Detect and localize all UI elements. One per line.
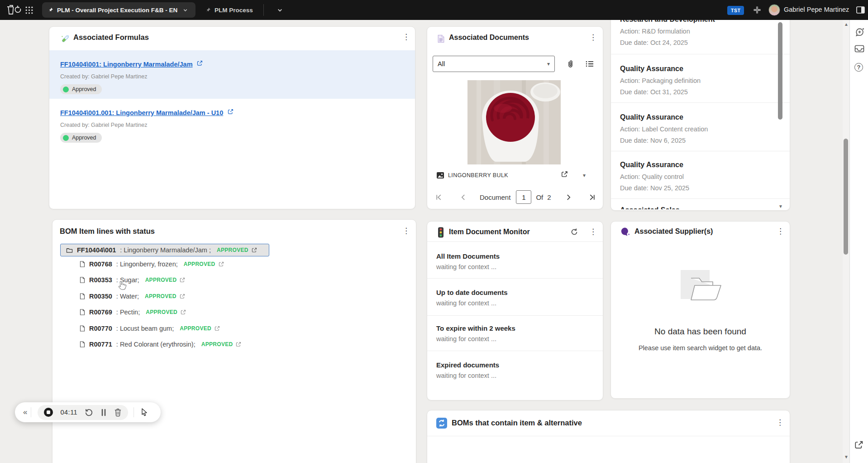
refresh-icon[interactable] (570, 228, 578, 236)
restart-recording-icon[interactable] (85, 408, 93, 417)
external-link-icon[interactable] (215, 326, 220, 331)
pager-of-label: Of (536, 193, 543, 201)
page-number-input[interactable] (516, 190, 531, 204)
task-item[interactable]: Quality Assurance Action: Packaging defi… (620, 64, 769, 96)
task-action: Action: Label Content creation (620, 125, 769, 133)
formula-created-by: Created by: Gabriel Pepe Martinez (60, 122, 147, 128)
associated-suppliers-panel: Associated Supplier(s) ⋮ No data has bee… (610, 221, 790, 399)
avatar[interactable] (768, 4, 780, 16)
file-icon (80, 341, 85, 347)
last-page-icon[interactable] (587, 191, 598, 203)
user-name[interactable]: Gabriel Pepe Martinez (784, 6, 849, 13)
document-list-icon[interactable] (586, 61, 594, 67)
external-link-icon[interactable] (197, 60, 203, 66)
bom-parent-row[interactable]: FF10404\001 : Lingonberry Marmalade/Jam … (60, 244, 269, 256)
tab-label: PLM - Overall Project Execution F&B - EN (57, 7, 177, 14)
task-action: Action: Quality control (620, 173, 769, 181)
tasks-panel: Research and Development Action: R&D for… (610, 14, 790, 211)
document-name[interactable]: LINGONBERRY BULK (448, 172, 508, 178)
traffic-light-icon (438, 227, 444, 238)
external-link-icon[interactable] (219, 261, 224, 267)
bom-child-row[interactable]: R00350 : Water; APPROVED (80, 293, 185, 300)
chevron-down-icon[interactable] (183, 8, 188, 13)
monitor-section[interactable]: To expire within 2 weeks waiting for con… (436, 324, 590, 343)
monitor-section[interactable]: Expired documents waiting for context ..… (436, 361, 590, 380)
document-options-caret-icon[interactable]: ▾ (583, 172, 586, 178)
panel-menu-kebab-icon[interactable]: ⋮ (777, 227, 784, 235)
main-scrollbar-thumb[interactable] (844, 139, 848, 255)
empty-folder-icon (680, 269, 723, 308)
panel-menu-kebab-icon[interactable]: ⋮ (402, 227, 410, 235)
session-tools-icon[interactable] (5, 4, 24, 16)
external-link-icon[interactable] (561, 171, 568, 178)
panel-menu-kebab-icon[interactable]: ⋮ (589, 34, 597, 41)
associated-documents-panel: Associated Documents ⋮ All ▾ (427, 26, 603, 209)
tasks-scrollbar-thumb[interactable] (778, 22, 782, 120)
chat-new-icon[interactable] (854, 27, 865, 39)
bom-child-row[interactable]: R00769 : Pectin; APPROVED (80, 309, 186, 316)
panel-menu-kebab-icon[interactable]: ⋮ (589, 228, 597, 236)
file-icon (80, 293, 85, 299)
external-link-icon[interactable] (181, 309, 186, 315)
first-page-icon[interactable] (433, 191, 444, 203)
scroll-up-icon[interactable]: ▲ (844, 22, 849, 27)
task-action: Action: R&D formulation (620, 27, 769, 35)
select-cursor-icon[interactable] (140, 408, 148, 417)
recording-time: 04:11 (60, 409, 77, 416)
tab-plm-overall-project[interactable]: PLM - Overall Project Execution F&B - EN (42, 2, 196, 18)
stop-record-icon[interactable] (44, 408, 53, 417)
divider (427, 315, 603, 316)
discard-recording-icon[interactable] (114, 408, 122, 417)
attach-paperclip-icon[interactable] (567, 60, 574, 68)
monitor-section[interactable]: Up to date documents waiting for context… (436, 288, 590, 307)
task-title: Quality Assurance (620, 64, 769, 73)
recording-controls-group: 04:11 (38, 405, 128, 420)
task-due: Due date: Nov 6, 2025 (620, 136, 769, 145)
add-plus-icon[interactable] (752, 5, 762, 15)
external-link-icon[interactable] (252, 247, 257, 253)
app-grid-icon[interactable] (25, 6, 33, 14)
document-preview-image[interactable] (467, 80, 561, 166)
associated-formulas-panel: Associated Formulas ⋮ FF10404\001: Lingo… (49, 26, 415, 209)
panel-title: Associated Formulas (73, 33, 149, 42)
bom-child-row[interactable]: R00770 : Locust beam gum; APPROVED (80, 325, 220, 332)
formula-link[interactable]: FF10404\001.001: Lingonberry Marmalade/J… (60, 109, 223, 116)
tasks-scrollbar-down-icon[interactable]: ▼ (778, 204, 783, 209)
bom-item-lines-panel: BOM Item lines with status ⋮ FF10404\001… (52, 219, 416, 463)
inbox-icon[interactable] (854, 44, 864, 55)
pin-icon (205, 7, 211, 13)
right-utility-rail: ? (849, 20, 868, 463)
formula-link[interactable]: FF10404\001: Lingonberry Marmalade/Jam (60, 61, 193, 68)
task-title: Quality Assurance (620, 160, 769, 169)
bom-child-row[interactable]: R00768 : Lingonberry, frozen; APPROVED (80, 260, 224, 268)
external-open-icon[interactable] (854, 440, 863, 451)
bom-child-row[interactable]: R00771 : Red Colorant (erythrosin); APPR… (80, 341, 241, 348)
tabs-overflow-chevron-icon[interactable] (277, 7, 283, 13)
panel-menu-kebab-icon[interactable]: ⋮ (402, 33, 410, 41)
task-due: Due date: Nov 25, 2025 (620, 184, 769, 192)
external-link-icon[interactable] (180, 294, 185, 299)
panel-toggle-icon[interactable] (856, 6, 865, 14)
document-filter-select[interactable]: All ▾ (433, 56, 555, 72)
supplier-person-icon (620, 227, 631, 237)
task-item[interactable]: Quality Assurance Action: Label Content … (620, 113, 769, 145)
divider (611, 54, 790, 54)
scroll-down-icon[interactable]: ▼ (844, 455, 849, 459)
file-icon (80, 261, 85, 267)
help-icon[interactable]: ? (854, 63, 863, 72)
external-link-icon[interactable] (236, 342, 241, 347)
pause-recording-icon[interactable] (100, 409, 107, 416)
external-link-icon[interactable] (180, 277, 185, 283)
tab-plm-process[interactable]: PLM Process (200, 2, 258, 18)
prev-page-icon[interactable] (457, 191, 469, 203)
bom-child-row[interactable]: R00353 : Sugar; APPROVED (80, 276, 185, 284)
main-scrollbar[interactable]: ▲ ▼ (843, 20, 849, 463)
external-link-icon[interactable] (228, 109, 234, 115)
task-item[interactable]: Quality Assurance Action: Quality contro… (620, 160, 769, 192)
empty-state-title: No data has been found (611, 327, 790, 337)
status-badge: Approved (60, 84, 102, 94)
next-page-icon[interactable] (563, 191, 575, 203)
collapse-toolbar-icon[interactable]: « (21, 408, 29, 417)
panel-menu-kebab-icon[interactable]: ⋮ (776, 419, 784, 426)
monitor-section[interactable]: All Item Documents waiting for context .… (436, 252, 590, 271)
